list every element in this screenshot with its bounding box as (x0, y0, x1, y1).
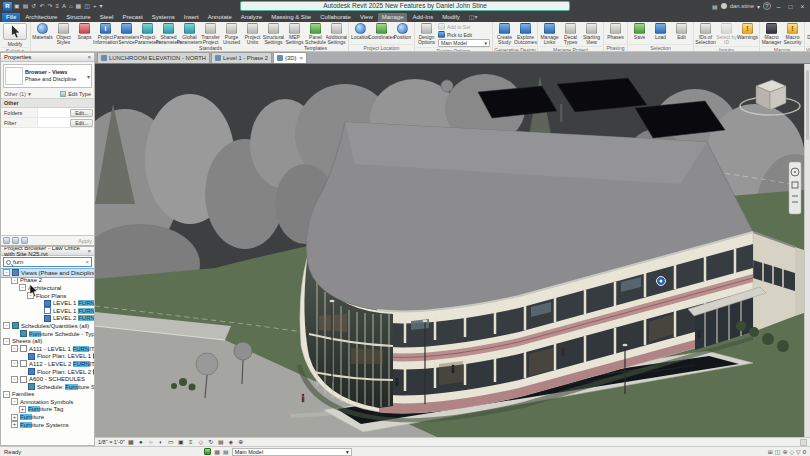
tree-item-sheet[interactable]: -A600 - SCHEDULES (1, 375, 94, 383)
active-design-option-statusbar-select[interactable]: Main Model ▾ (232, 448, 352, 456)
tab-analyze[interactable]: Analyze (237, 13, 266, 22)
panel-schedule-templates-button[interactable]: Panel Schedule Templates (305, 22, 326, 51)
tree-item-sheets[interactable]: -Sheets (all) (1, 337, 94, 345)
search-input[interactable] (13, 259, 83, 265)
section-icon[interactable]: ▦ (76, 0, 82, 12)
macro-manager-button[interactable]: Macro Manager (761, 22, 782, 46)
properties-close-icon[interactable]: × (87, 54, 91, 60)
select-underlay-icon[interactable]: ◫ (775, 448, 781, 455)
tab-steel[interactable]: Steel (96, 13, 118, 22)
scale-control[interactable]: 1/8" = 1'-0" (98, 439, 125, 445)
shadows-icon[interactable]: ◐ (157, 438, 165, 446)
tree-item-views[interactable]: -Views (Phase and Discipline) (1, 269, 94, 277)
tree-item-view[interactable]: LEVEL 2 FURNITURE PLAN (1, 315, 94, 323)
manage-links-button[interactable]: Manage Links (539, 22, 560, 46)
navigation-bar[interactable] (789, 162, 801, 214)
crop-view-icon[interactable]: ▭ (167, 438, 175, 446)
expand-icon[interactable]: + (11, 414, 18, 421)
type-selector-caret-icon[interactable]: ▾ (87, 73, 90, 80)
browser-search-box[interactable]: × (3, 257, 92, 267)
tab-collaborate[interactable]: Collaborate (316, 13, 355, 22)
worksets-toggle-icon[interactable]: ▦ (214, 448, 220, 455)
tree-item-schedules[interactable]: -Schedules/Quantities (all) (1, 322, 94, 330)
transfer-project-standards-button[interactable]: Transfer Project Standards (200, 22, 221, 51)
tab-precast[interactable]: Precast (118, 13, 146, 22)
help-icon[interactable]: ? (763, 2, 771, 10)
warnings-button[interactable]: !Warnings (737, 22, 758, 40)
undo-icon[interactable]: ↶ (39, 0, 44, 12)
project-browser-close-icon[interactable]: × (87, 248, 91, 254)
customize-qat-icon[interactable]: ▾ (99, 0, 102, 12)
collapse-icon[interactable]: - (3, 269, 10, 276)
tab-view[interactable]: View (356, 13, 377, 22)
tree-item-sheet[interactable]: -A111 - LEVEL 1 FURNITURE PLAN (1, 345, 94, 353)
project-browser-header[interactable]: Project Browser - Law Office with Site N… (1, 247, 94, 256)
edit-selection-button[interactable]: Edit (671, 22, 692, 40)
dynamo-button[interactable]: Dynamo (806, 22, 810, 40)
tree-item-family-category[interactable]: +Furniture (1, 413, 94, 421)
tree-item-families[interactable]: -Families (1, 391, 94, 399)
redo-icon[interactable]: ↷ (47, 0, 52, 12)
tree-item-schedule[interactable]: Furniture Schedule - Type Mark (1, 330, 94, 338)
reveal-hidden-elements-icon[interactable]: ◇ (197, 438, 205, 446)
close-button[interactable]: × (798, 3, 807, 10)
detail-level-icon[interactable]: ▦ (127, 438, 135, 446)
filter-icon[interactable]: ▽ (796, 448, 801, 455)
maximize-button[interactable]: □ (786, 3, 795, 10)
view-tab-close-icon[interactable]: × (299, 55, 303, 61)
save-icon[interactable]: ▤ (23, 0, 29, 12)
edit-type-button[interactable]: Edit Type (60, 91, 91, 97)
default-3d-view-icon[interactable]: ⌂ (69, 0, 73, 12)
select-by-face-icon[interactable]: ◇ (789, 448, 794, 455)
select-links-icon[interactable]: ⊞ (768, 448, 773, 455)
scrollbar-thumb[interactable] (806, 70, 809, 140)
position-button[interactable]: Position (392, 22, 413, 40)
show-crop-region-icon[interactable]: ▣ (177, 438, 185, 446)
purge-unused-button[interactable]: Purge Unused (221, 22, 242, 46)
model-viewport[interactable] (95, 64, 810, 437)
folders-edit-button[interactable]: Edit... (70, 109, 93, 117)
properties-tool-icon-3[interactable] (21, 237, 28, 244)
temporary-hide-isolate-icon[interactable]: ≡ (187, 438, 195, 446)
filter-edit-button[interactable]: Edit... (70, 119, 93, 127)
additional-settings-button[interactable]: Additional Settings (326, 22, 347, 46)
macro-security-button[interactable]: !Macro Security (782, 22, 803, 46)
print-icon[interactable]: ≡ (55, 0, 59, 12)
tab-modify[interactable]: Modify (438, 13, 464, 22)
view-tab-3d[interactable]: {3D}× (273, 52, 307, 63)
tree-item-discipline[interactable]: -Architectural (1, 284, 94, 292)
materials-button[interactable]: Materials (32, 22, 53, 40)
expand-icon[interactable]: + (11, 421, 18, 428)
tree-item-family-category[interactable]: +Furniture Systems (1, 421, 94, 429)
pick-to-edit-button[interactable]: Pick to Edit (438, 31, 490, 38)
properties-tool-icon-2[interactable] (12, 237, 19, 244)
snaps-button[interactable]: Snaps (74, 22, 95, 40)
tree-item-view[interactable]: Floor Plan: LEVEL 1 FURNITURE PLAN (1, 353, 94, 361)
tree-item-view[interactable]: LEVEL 1 FURNITURE PLAN - LOBBY C (1, 307, 94, 315)
design-options-icon[interactable]: ▤ (223, 448, 229, 455)
view-tab-plan[interactable]: Level 1 - Phase 2 (211, 52, 272, 63)
reveal-constraints-icon[interactable]: ⊕ (237, 438, 245, 446)
collapse-icon[interactable]: - (19, 284, 26, 291)
properties-filter-caret-icon[interactable]: ▾ (28, 91, 31, 97)
text-note-icon[interactable]: A (62, 0, 66, 12)
search-clear-icon[interactable]: × (85, 259, 89, 265)
ids-of-selection-button[interactable]: IDs of Selection (695, 22, 716, 46)
collapse-icon[interactable]: - (3, 322, 10, 329)
explore-outcomes-button[interactable]: Explore Outcomes (515, 22, 536, 46)
visual-style-icon[interactable]: ● (137, 438, 145, 446)
collapse-icon[interactable]: - (3, 338, 10, 345)
tree-item-annotation-symbols[interactable]: -Annotation Symbols (1, 398, 94, 406)
tab-file[interactable]: File (2, 13, 20, 22)
apply-button[interactable]: Apply (78, 238, 92, 244)
collapse-icon[interactable]: - (11, 398, 18, 405)
drawing-area[interactable]: LUNCHROOM ELEVATION - NORTH Level 1 - Ph… (95, 52, 810, 446)
tab-manage[interactable]: Manage (378, 13, 408, 22)
tab-architecture[interactable]: Architecture (21, 13, 61, 22)
properties-tool-icon-1[interactable] (3, 237, 10, 244)
collapse-icon[interactable]: - (11, 277, 18, 284)
phases-button[interactable]: Phases (605, 22, 626, 40)
expand-icon[interactable]: + (19, 406, 26, 413)
starting-view-button[interactable]: Starting View (581, 22, 602, 46)
modify-button[interactable] (3, 23, 27, 40)
